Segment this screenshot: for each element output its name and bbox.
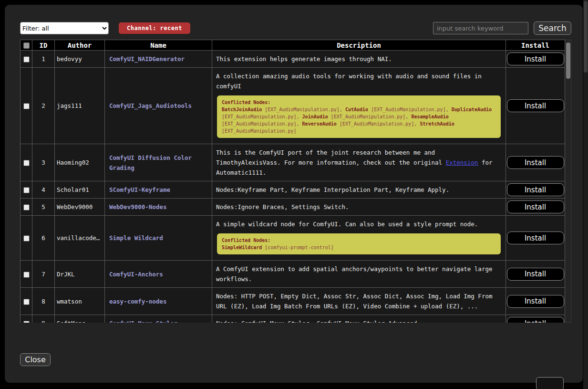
page-scrollbar-thumb[interactable] xyxy=(584,1,588,73)
node-name-link[interactable]: ComfyUI-Anchors xyxy=(109,271,163,278)
row-description: This is the ComfyUI port of the joint re… xyxy=(212,144,506,181)
table-row: 6 vanillacode314 Simple Wildcard A simpl… xyxy=(21,216,565,261)
row-id: 6 xyxy=(32,216,55,261)
row-checkbox[interactable] xyxy=(23,56,30,63)
row-checkbox[interactable] xyxy=(23,187,30,193)
node-name-link[interactable]: easy-comfy-nodes xyxy=(109,298,166,305)
page-scrollbar[interactable] xyxy=(583,0,588,389)
table-row: 9 SoftMeng ComfyUI_Mexx_Styler Nodes: Co… xyxy=(21,315,565,323)
header-author: Author xyxy=(55,40,105,51)
row-description: Nodes:Ignore Braces, Settings Switch. xyxy=(212,199,506,216)
row-checkbox[interactable] xyxy=(23,272,30,278)
install-button[interactable]: Install xyxy=(507,53,564,65)
row-author: Haoming02 xyxy=(55,144,105,181)
table-row: 2 jags111 ComfyUI_Jags_Audiotools A coll… xyxy=(21,68,565,144)
conflict-list: BatchJoinAudio [EXT_AudioManipulation.py… xyxy=(222,106,496,135)
row-description: Nodes: ComfyUI Mexx Styler, ComfyUI Mexx… xyxy=(212,315,506,323)
row-checkbox[interactable] xyxy=(23,235,30,242)
row-author: bedovyy xyxy=(55,51,105,68)
table-row: 4 Scholar01 SComfyUI-Keyframe Nodes:Keyf… xyxy=(21,181,565,199)
row-author: jags111 xyxy=(55,68,105,144)
table-scrollbar-thumb[interactable] xyxy=(566,42,570,79)
row-description: A collection amazing audio tools for wor… xyxy=(212,68,506,144)
node-name-link[interactable]: ComfyUI_Jags_Audiotools xyxy=(109,102,192,109)
node-name-link[interactable]: ComfyUI_Mexx_Styler xyxy=(109,320,177,323)
table-row: 1 bedovyy ComfyUI_NAIDGenerator This ext… xyxy=(21,51,565,68)
filter-select[interactable]: Filter: all xyxy=(20,22,109,34)
conflict-title: Conflicted Nodes: xyxy=(222,99,496,106)
row-id: 1 xyxy=(32,51,55,68)
row-id: 2 xyxy=(32,68,55,144)
node-name-link[interactable]: ComfyUI_NAIDGenerator xyxy=(109,55,185,63)
row-author: WebDev9000 xyxy=(55,199,105,216)
row-id: 9 xyxy=(32,315,55,323)
table-scrollbar[interactable] xyxy=(565,40,571,323)
conflicted-nodes-box: Conflicted Nodes: BatchJoinAudio [EXT_Au… xyxy=(217,95,501,138)
node-name-link[interactable]: ComfyUI Diffusion Color Grading xyxy=(109,154,192,171)
row-author: wmatson xyxy=(55,288,105,315)
conflict-list: SimpleWildcard [comfyui-prompt-control] xyxy=(222,244,496,251)
row-description: Nodes:Keyframe Part, Keyframe Interpolat… xyxy=(212,181,506,199)
header-install: Install xyxy=(506,40,565,51)
conflict-title: Conflicted Nodes: xyxy=(222,237,496,244)
install-button[interactable]: Install xyxy=(507,156,564,169)
table-row: 5 WebDev9000 WebDev9000-Nodes Nodes:Igno… xyxy=(21,199,565,216)
node-name-link[interactable]: SComfyUI-Keyframe xyxy=(109,186,170,193)
row-description: A ComfyUI extension to add spatial ancho… xyxy=(212,261,506,288)
row-id: 5 xyxy=(32,199,55,216)
row-id: 7 xyxy=(32,261,55,288)
node-name-link[interactable]: WebDev9000-Nodes xyxy=(109,203,166,210)
install-button[interactable]: Install xyxy=(507,317,564,323)
install-button[interactable]: Install xyxy=(507,231,564,244)
extension-link[interactable]: Extension xyxy=(446,159,478,166)
node-name-link[interactable]: Simple Wildcard xyxy=(109,234,163,242)
search-button[interactable]: Search xyxy=(534,21,571,35)
description-text: A simple wildcard node for ComfyUI. Can … xyxy=(216,219,502,229)
select-all-checkbox[interactable] xyxy=(23,42,30,49)
row-author: vanillacode314 xyxy=(55,216,105,261)
description-text: A collection amazing audio tools for wor… xyxy=(216,71,502,91)
row-description: Nodes: HTTP POST, Empty Dict, Assoc Str,… xyxy=(212,288,506,315)
conflicted-nodes-box: Conflicted Nodes: SimpleWildcard [comfyu… xyxy=(217,233,501,254)
table-row: 7 DrJKL ComfyUI-Anchors A ComfyUI extens… xyxy=(21,261,565,288)
install-button[interactable]: Install xyxy=(507,295,564,308)
row-description: This extension helps generate images thr… xyxy=(212,51,506,68)
install-button[interactable]: Install xyxy=(507,183,564,196)
search-input[interactable] xyxy=(433,22,528,34)
row-checkbox[interactable] xyxy=(23,299,30,305)
custom-nodes-table-area: ID Author Name Description Install 1 bed… xyxy=(20,40,571,323)
row-checkbox[interactable] xyxy=(23,321,30,323)
row-id: 4 xyxy=(32,181,55,199)
row-author: Scholar01 xyxy=(55,181,105,199)
row-id: 3 xyxy=(32,144,55,181)
row-author: DrJKL xyxy=(55,261,105,288)
header-id: ID xyxy=(32,40,55,51)
row-id: 8 xyxy=(32,288,55,315)
toolbar: Filter: all Channel: recent Search xyxy=(20,21,571,35)
row-checkbox[interactable] xyxy=(23,204,30,210)
header-name: Name xyxy=(105,40,212,51)
background-partial-button xyxy=(536,377,564,389)
row-description: A simple wildcard node for ComfyUI. Can … xyxy=(212,216,506,261)
row-checkbox[interactable] xyxy=(23,160,30,166)
row-author: SoftMeng xyxy=(55,315,105,323)
row-checkbox[interactable] xyxy=(23,103,30,109)
channel-badge[interactable]: Channel: recent xyxy=(119,22,190,34)
custom-nodes-table: ID Author Name Description Install 1 bed… xyxy=(20,40,565,323)
table-row: 3 Haoming02 ComfyUI Diffusion Color Grad… xyxy=(21,144,565,181)
table-header-row: ID Author Name Description Install xyxy=(21,40,565,51)
custom-nodes-dialog: Filter: all Channel: recent Search ID Au… xyxy=(5,5,583,383)
install-button[interactable]: Install xyxy=(507,99,564,112)
header-checkbox-cell xyxy=(21,40,32,51)
header-description: Description xyxy=(212,40,506,51)
install-button[interactable]: Install xyxy=(507,268,564,281)
table-row: 8 wmatson easy-comfy-nodes Nodes: HTTP P… xyxy=(21,288,565,315)
close-button[interactable]: Close xyxy=(20,353,51,366)
install-button[interactable]: Install xyxy=(507,200,564,213)
